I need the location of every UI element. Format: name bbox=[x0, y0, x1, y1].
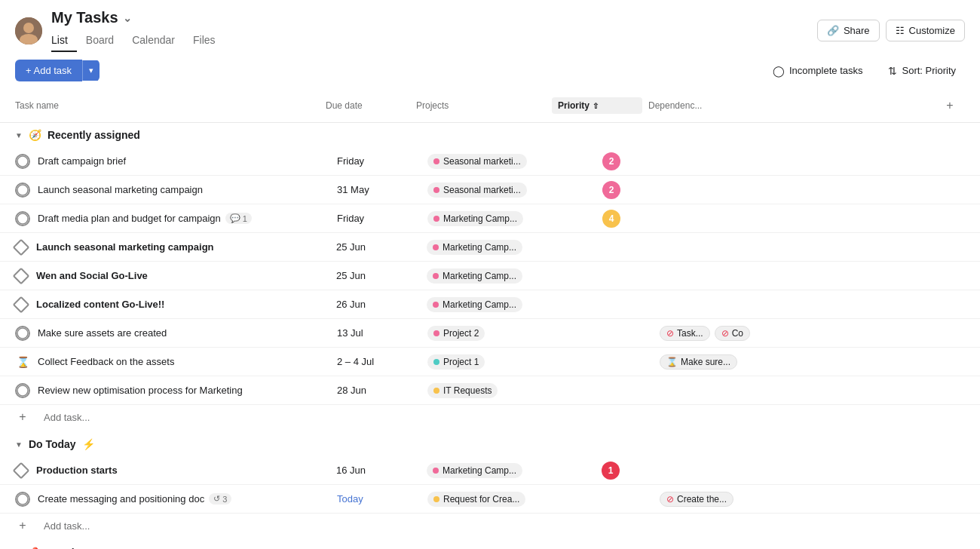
incomplete-tasks-button[interactable]: ◯ Incomplete tasks bbox=[764, 60, 872, 81]
section-do-today: ▼ Do Today ⚡ Production starts 16 Jun Ma… bbox=[0, 432, 980, 538]
project-tag-4[interactable]: Marketing Camp... bbox=[427, 240, 522, 255]
page-title: My Tasks bbox=[51, 9, 118, 26]
project-tag-11[interactable]: Request for Crea... bbox=[427, 492, 525, 507]
project-tag-3[interactable]: Marketing Camp... bbox=[427, 211, 523, 226]
task-check-9[interactable] bbox=[15, 383, 30, 398]
task-check-10[interactable] bbox=[13, 462, 30, 479]
task-name-5[interactable]: Wen and Social Go-Live bbox=[36, 270, 148, 281]
add-task-button[interactable]: + Add task bbox=[15, 60, 82, 81]
section-recently-assigned: ▼ 🧭 Recently assigned Draft campaign bri… bbox=[0, 123, 980, 429]
task-priority-2: 2 bbox=[563, 181, 654, 199]
task-due-10: 16 Jun bbox=[336, 465, 427, 476]
task-due-8: 2 – 4 Jul bbox=[337, 356, 427, 367]
project-dot-1 bbox=[433, 158, 439, 164]
add-plus-icon-do-today: + bbox=[15, 518, 30, 533]
priority-badge-10[interactable]: 1 bbox=[602, 462, 620, 480]
dep-tag-8-1[interactable]: ⌛ Make sure... bbox=[660, 354, 737, 370]
title-area: My Tasks ⌄ List Board Calendar Files bbox=[51, 9, 808, 52]
task-check-4[interactable] bbox=[13, 238, 30, 256]
task-name-10[interactable]: Production starts bbox=[36, 465, 118, 476]
add-task-row-recently-assigned[interactable]: + Add task... bbox=[0, 405, 980, 429]
task-name-cell-4: Launch seasonal marketing campaign bbox=[36, 235, 336, 259]
page-title-row: My Tasks ⌄ bbox=[51, 9, 808, 26]
dep-label-8-1: Make sure... bbox=[681, 357, 730, 367]
svg-point-8 bbox=[17, 494, 28, 505]
priority-badge-2[interactable]: 2 bbox=[602, 181, 620, 199]
project-dot-3 bbox=[433, 216, 439, 222]
task-project-10: Marketing Camp... bbox=[427, 463, 562, 478]
collapse-icon-do-today[interactable]: ▼ bbox=[15, 440, 23, 449]
collapse-icon[interactable]: ▼ bbox=[15, 131, 23, 140]
sort-button[interactable]: ⇅ Sort: Priority bbox=[879, 60, 965, 81]
task-check-2[interactable] bbox=[15, 182, 30, 198]
task-name-cell-8: Collect Feedback on the assets bbox=[38, 350, 337, 373]
task-check-1[interactable] bbox=[15, 154, 30, 169]
section-title-do-today: Do Today bbox=[29, 438, 76, 450]
section-header-recently-assigned[interactable]: ▼ 🧭 Recently assigned bbox=[0, 123, 980, 147]
task-name-cell-1: Draft campaign brief bbox=[38, 149, 337, 173]
task-name-cell-10: Production starts bbox=[36, 459, 336, 482]
nav-calendar[interactable]: Calendar bbox=[123, 29, 184, 52]
nav-list[interactable]: List bbox=[51, 29, 77, 52]
task-badge-subtask-11[interactable]: ↺ 3 bbox=[209, 493, 231, 505]
task-due-4: 25 Jun bbox=[336, 241, 427, 253]
priority-badge-1[interactable]: 2 bbox=[602, 152, 620, 170]
dep-tag-11-1[interactable]: ⊘ Create the... bbox=[660, 492, 733, 507]
project-tag-6[interactable]: Marketing Camp... bbox=[427, 297, 522, 312]
task-check-7[interactable] bbox=[15, 326, 30, 341]
add-task-caret[interactable]: ▾ bbox=[82, 60, 100, 81]
task-check-3[interactable] bbox=[15, 211, 30, 226]
add-column-button[interactable]: + bbox=[941, 97, 959, 115]
project-tag-7[interactable]: Project 2 bbox=[427, 326, 485, 341]
section-header-meetings[interactable]: ▼ 📍 Meetings bbox=[0, 541, 980, 549]
task-name-2[interactable]: Launch seasonal marketing campaign bbox=[38, 184, 203, 195]
avatar bbox=[15, 17, 42, 44]
dep-tag-7-2[interactable]: ⊘ Co bbox=[715, 326, 750, 341]
dep-icon-7-1: ⊘ bbox=[666, 328, 674, 339]
table-row: Launch seasonal marketing campaign 25 Ju… bbox=[0, 233, 980, 262]
dep-icon-11-1: ⊘ bbox=[666, 494, 674, 505]
task-check-6[interactable] bbox=[13, 296, 30, 313]
task-table: Task name Due date Projects Priority ⇧ D… bbox=[0, 89, 980, 549]
task-name-7[interactable]: Make sure assets are created bbox=[38, 327, 167, 339]
svg-point-5 bbox=[17, 213, 28, 224]
task-check-8[interactable]: ⌛ bbox=[15, 354, 30, 370]
dep-label-7-2: Co bbox=[732, 328, 743, 339]
project-tag-2[interactable]: Seasonal marketi... bbox=[427, 182, 527, 198]
col-header-priority[interactable]: Priority ⇧ bbox=[552, 97, 642, 114]
table-row: Launch seasonal marketing campaign 31 Ma… bbox=[0, 176, 980, 204]
title-chevron-icon[interactable]: ⌄ bbox=[123, 12, 132, 24]
col-header-task-name: Task name bbox=[15, 96, 326, 115]
project-tag-8[interactable]: Project 1 bbox=[427, 354, 485, 370]
add-task-row-do-today[interactable]: + Add task... bbox=[0, 514, 980, 538]
task-badge-comment-3[interactable]: 💬 1 bbox=[225, 213, 252, 224]
task-name-1[interactable]: Draft campaign brief bbox=[38, 155, 126, 167]
task-name-8[interactable]: Collect Feedback on the assets bbox=[38, 356, 174, 367]
share-button[interactable]: 🔗 Share bbox=[817, 20, 880, 41]
nav-board[interactable]: Board bbox=[77, 29, 123, 52]
task-dependencies-8: ⌛ Make sure... bbox=[654, 354, 965, 370]
dep-label-7-1: Task... bbox=[677, 328, 703, 339]
task-name-4[interactable]: Launch seasonal marketing campaign bbox=[36, 241, 214, 253]
project-tag-9[interactable]: IT Requests bbox=[427, 383, 498, 398]
task-due-2: 31 May bbox=[337, 184, 427, 195]
task-name-6[interactable]: Localized content Go-Live!! bbox=[36, 299, 164, 310]
table-row: Draft media plan and budget for campaign… bbox=[0, 204, 980, 233]
share-icon: 🔗 bbox=[827, 25, 839, 36]
task-check-5[interactable] bbox=[13, 267, 30, 284]
dep-tag-7-1[interactable]: ⊘ Task... bbox=[660, 326, 710, 341]
task-name-9[interactable]: Review new optimisation process for Mark… bbox=[38, 385, 243, 396]
project-tag-1[interactable]: Seasonal marketi... bbox=[427, 154, 527, 169]
priority-badge-3[interactable]: 4 bbox=[602, 210, 620, 228]
section-header-do-today[interactable]: ▼ Do Today ⚡ bbox=[0, 432, 980, 456]
nav-files[interactable]: Files bbox=[184, 29, 225, 52]
project-tag-5[interactable]: Marketing Camp... bbox=[427, 268, 522, 284]
task-check-11[interactable] bbox=[15, 492, 30, 507]
project-name-4: Marketing Camp... bbox=[443, 242, 516, 253]
task-dependencies-7: ⊘ Task... ⊘ Co bbox=[654, 326, 965, 341]
project-tag-10[interactable]: Marketing Camp... bbox=[427, 463, 522, 478]
task-name-11[interactable]: Create messaging and positioning doc bbox=[38, 493, 204, 505]
task-name-3[interactable]: Draft media plan and budget for campaign bbox=[38, 213, 221, 224]
customize-button[interactable]: ☷ Customize bbox=[886, 20, 965, 41]
task-name-cell-6: Localized content Go-Live!! bbox=[36, 293, 336, 316]
